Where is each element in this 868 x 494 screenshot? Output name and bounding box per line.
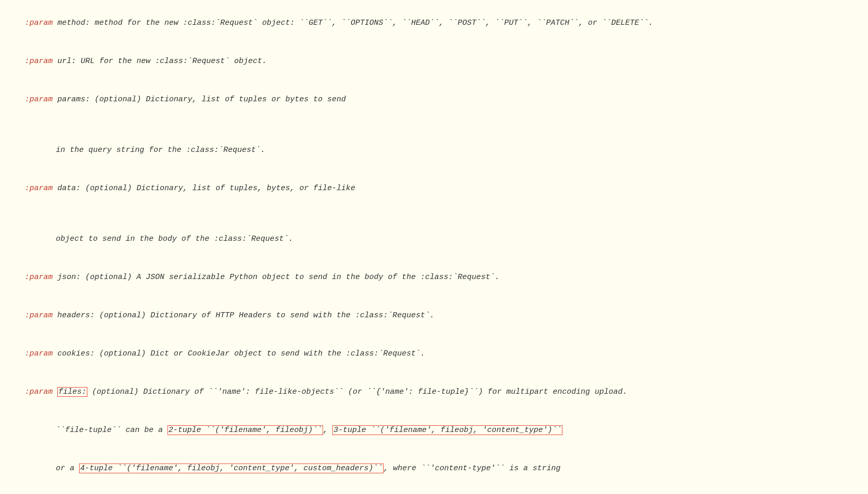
- doc-line-files: :param files: (optional) Dictionary of `…: [6, 373, 862, 411]
- doc-line-indent: object to send in the body of the :class…: [6, 208, 862, 258]
- doc-text: ``file-tuple`` can be a 2-tuple ``('file…: [56, 425, 562, 435]
- doc-line-indent: in the query string for the :class:`Requ…: [6, 119, 862, 169]
- doc-text: params: (optional) Dictionary, list of t…: [53, 95, 346, 104]
- doc-line: :param json: (optional) A JSON serializa…: [6, 258, 862, 297]
- doc-line: :param params: (optional) Dictionary, li…: [6, 81, 862, 119]
- doc-text: url: URL for the new :class:`Request` ob…: [53, 57, 267, 66]
- doc-line-indent: defining the content type of the given f…: [6, 488, 862, 494]
- doc-line: :param method: method for the new :class…: [6, 4, 862, 42]
- indent-spacer: [25, 462, 56, 475]
- doc-text: or a 4-tuple ``('filename', fileobj, 'co…: [56, 464, 560, 473]
- two-tuple-box: 2-tuple ``('filename', fileobj)``: [167, 425, 323, 435]
- doc-line-indent-box: ``file-tuple`` can be a 2-tuple ``('file…: [6, 411, 862, 450]
- doc-line: :param headers: (optional) Dictionary of…: [6, 297, 862, 335]
- param-tag: :param: [25, 273, 53, 282]
- param-tag: :param: [25, 184, 53, 193]
- doc-text: files: (optional) Dictionary of ``'name'…: [53, 387, 627, 397]
- indent-spacer: [25, 221, 56, 245]
- doc-text: headers: (optional) Dictionary of HTTP H…: [53, 311, 434, 320]
- indent-spacer: [25, 132, 56, 157]
- param-tag: :param: [25, 311, 53, 320]
- doc-container: :param method: method for the new :class…: [6, 4, 862, 494]
- three-tuple-box: 3-tuple ``('filename', fileobj, 'content…: [332, 425, 562, 435]
- four-tuple-box: 4-tuple ``('filename', fileobj, 'content…: [79, 464, 384, 473]
- doc-text: object to send in the body of the :class…: [56, 235, 293, 243]
- indent-spacer: [25, 424, 56, 437]
- param-tag: :param: [25, 95, 53, 104]
- doc-line: :param cookies: (optional) Dict or Cooki…: [6, 335, 862, 373]
- doc-text: json: (optional) A JSON serializable Pyt…: [53, 273, 499, 282]
- doc-line: :param data: (optional) Dictionary, list…: [6, 169, 862, 208]
- doc-text: cookies: (optional) Dict or CookieJar ob…: [53, 349, 425, 358]
- doc-line: :param url: URL for the new :class:`Requ…: [6, 42, 862, 81]
- doc-line-indent-box2: or a 4-tuple ``('filename', fileobj, 'co…: [6, 450, 862, 488]
- files-highlight-box: files:: [57, 387, 87, 397]
- doc-text: in the query string for the :class:`Requ…: [56, 146, 265, 155]
- doc-text: method: method for the new :class:`Reque…: [53, 19, 653, 27]
- param-tag: :param: [25, 349, 53, 358]
- param-tag: :param: [25, 19, 53, 27]
- doc-text: data: (optional) Dictionary, list of tup…: [53, 184, 355, 193]
- param-tag: :param: [25, 388, 53, 396]
- param-tag: :param: [25, 57, 53, 66]
